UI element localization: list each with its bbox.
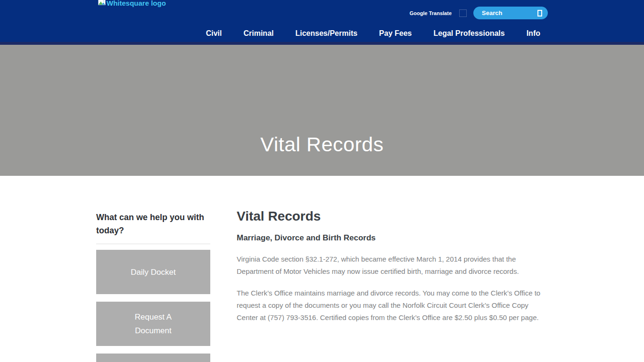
request-a-document-button[interactable]: Request A Document — [96, 302, 210, 346]
translate-widget-placeholder-icon[interactable] — [459, 9, 467, 17]
hero-title: Vital Records — [260, 133, 383, 156]
main-nav: Civil Criminal Licenses/Permits Pay Fees… — [206, 29, 540, 38]
nav-item-licenses-permits[interactable]: Licenses/Permits — [295, 29, 357, 38]
search-box[interactable] — [473, 7, 548, 19]
paragraph-dmv-records: Virginia Code section §32.1-272, which b… — [237, 253, 548, 278]
google-translate-label[interactable]: Google Translate — [410, 10, 452, 16]
daily-docket-button[interactable]: Daily Docket — [96, 250, 210, 294]
sidebar-button-cutoff[interactable] — [96, 354, 210, 362]
nav-item-legal-professionals[interactable]: Legal Professionals — [434, 29, 505, 38]
nav-item-criminal[interactable]: Criminal — [243, 29, 273, 38]
site-header: Whitesquare logo Google Translate Civil … — [0, 0, 644, 45]
sidebar-heading: What can we help you with today? — [96, 211, 210, 237]
nav-item-pay-fees[interactable]: Pay Fees — [379, 29, 412, 38]
page-subtitle: Marriage, Divorce and Birth Records — [237, 233, 548, 243]
page-body: What can we help you with today? Daily D… — [96, 211, 548, 362]
main-content: Vital Records Marriage, Divorce and Birt… — [237, 211, 548, 362]
page-title: Vital Records — [237, 209, 548, 224]
sidebar: What can we help you with today? Daily D… — [96, 211, 210, 362]
logo-link[interactable]: Whitesquare logo — [98, 0, 166, 7]
header-utilities: Google Translate — [410, 7, 548, 19]
logo-alt-text: Whitesquare logo — [107, 0, 166, 7]
broken-image-icon — [98, 0, 106, 7]
sidebar-divider — [96, 244, 210, 244]
nav-item-info[interactable]: Info — [527, 29, 540, 38]
search-icon[interactable] — [537, 10, 542, 16]
search-input[interactable] — [481, 9, 537, 17]
hero-banner: Vital Records — [0, 45, 644, 176]
nav-item-civil[interactable]: Civil — [206, 29, 222, 38]
paragraph-clerks-office: The Clerk’s Office maintains marriage an… — [237, 287, 548, 324]
